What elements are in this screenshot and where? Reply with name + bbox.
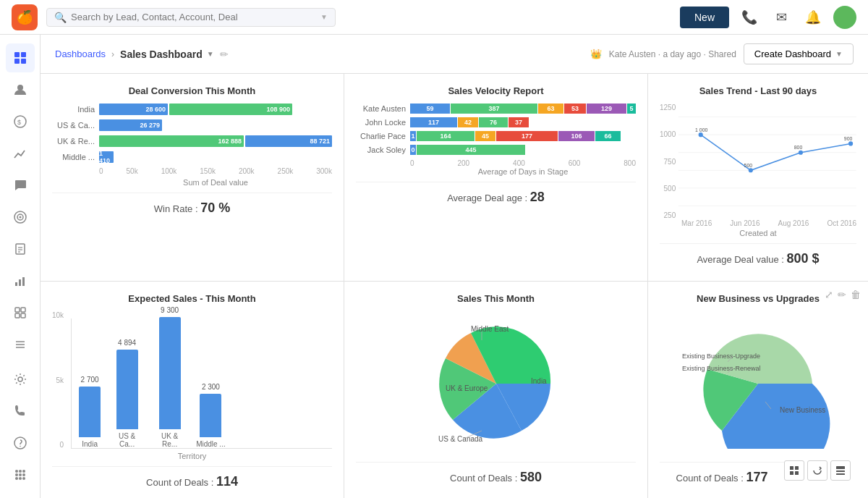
count-deals-sm-value: 580 [520,470,542,484]
trend-label-2: 500 [744,163,753,168]
hbar-bars-us: 26 279 [99,119,332,131]
vel-seg: 76 [479,117,508,127]
breadcrumb-current-label: Sales Dashboard [120,48,203,60]
vbar-uk-bar [159,317,181,429]
y-0-es: 0 [52,441,64,449]
count-deals-nb-value: 177 [746,470,767,484]
svg-point-27 [15,470,18,473]
sidebar-item-apps[interactable] [6,460,35,489]
breadcrumb-dashboards[interactable]: Dashboards [55,48,106,59]
trend-label-3: 800 [794,145,803,150]
expand-icon[interactable]: ⤢ [825,289,833,300]
new-button[interactable]: New [680,7,729,28]
edit-icon[interactable]: ✏ [838,289,846,300]
vbar-val-india: 2 700 [81,376,99,384]
hbar-bars-india: 28 600 108 900 [99,104,332,115]
hbar-seg-india-1: 28 600 [99,104,168,115]
vel-axis: 0 200 400 600 800 [356,159,636,167]
sales-month-title: Sales This Month [356,293,636,304]
create-dashboard-dropdown-icon: ▼ [835,50,843,58]
svg-rect-0 [14,52,20,57]
edit-dashboard-icon[interactable]: ✏ [220,48,229,60]
vel-seg: 45 [475,131,495,141]
breadcrumb-bar: Dashboards › Sales Dashboard ▼ ✏ 👑 Kate … [41,35,868,74]
deal-conversion-x-title: Sum of Deal value [52,178,332,187]
expected-sales-bars-area: 2 700 India 4 894 US & Ca... 9 300 [71,311,332,449]
trend-point-1 [699,132,703,137]
breadcrumb-current[interactable]: Sales Dashboard ▼ [120,48,214,60]
search-bar[interactable]: 🔍 ▼ [46,8,336,27]
vel-seg: 0 [410,145,416,155]
sidebar-item-sequences[interactable] [6,330,35,359]
phone-icon-btn[interactable]: 📞 [738,6,761,29]
notification-icon-btn[interactable]: 🔔 [801,6,825,29]
breadcrumb-dropdown-icon[interactable]: ▼ [207,50,214,58]
sidebar-item-dashboard[interactable] [6,43,35,72]
main-content: Dashboards › Sales Dashboard ▼ ✏ 👑 Kate … [41,35,868,498]
trend-point-2 [749,168,753,172]
sidebar-item-tasks[interactable] [6,235,35,263]
sidebar-item-phone[interactable] [6,397,35,426]
vel-seg: 129 [587,104,626,114]
hbar-row-me: Middle ... 1 410 [52,151,332,163]
deal-conversion-chart: India 28 600 108 900 US & Ca... 26 279 [52,104,332,187]
svg-point-9 [19,216,21,219]
sidebar-item-analytics[interactable] [6,266,35,295]
vel-seg: 387 [451,104,537,114]
count-deals-sm-label: Count of Deals : [450,473,517,484]
vel-axis-400: 400 [513,159,525,167]
sales-trend-chart-container: 1250 1000 750 500 250 [660,104,856,219]
win-rate-value: 70 % [200,201,230,215]
view-buttons [784,460,856,484]
sidebar-item-support[interactable] [6,429,35,457]
refresh-view-btn[interactable] [807,460,827,481]
svg-point-4 [17,85,23,90]
sales-velocity-footer: Average Deal age : 28 [356,182,636,208]
svg-rect-48 [836,473,845,475]
search-icon: 🔍 [54,12,67,23]
svg-rect-44 [790,471,793,475]
vbar-lbl-uk: UK & Re... [153,432,186,448]
svg-rect-46 [836,466,845,469]
avatar[interactable] [833,6,856,29]
sidebar-item-products[interactable] [6,298,35,327]
hbar-bars-me: 1 410 [99,151,332,163]
vel-axis-0: 0 [410,159,414,167]
sales-month-pie: India UK & Europe Middle East US & Canad… [417,318,576,449]
svg-point-24 [18,377,22,381]
vel-seg: 117 [410,117,457,127]
search-input[interactable] [71,12,316,22]
count-deals-es-label: Count of Deals : [146,477,213,488]
axis-50k: 50k [127,167,138,175]
create-dashboard-button[interactable]: Create Dashboard ▼ [744,43,854,64]
hbar-seg-us-1: 26 279 [99,119,162,131]
sidebar-item-reports[interactable] [6,139,35,168]
pie-label-nb: New Business [780,406,825,414]
grid-view-btn[interactable] [784,460,804,481]
sidebar-item-contacts[interactable] [6,75,35,104]
breadcrumb-separator: › [111,49,114,59]
svg-rect-3 [21,59,26,64]
vbar-lbl-india: India [82,440,98,448]
hbar-label-us: US & Ca... [52,121,99,130]
create-dashboard-label: Create Dashboard [754,48,831,59]
logo-button[interactable]: 🍊 [12,4,38,30]
vbar-us: 4 894 US & Ca... [111,339,143,448]
count-deals-es-value: 114 [216,474,238,489]
sales-month-footer: Count of Deals : 580 [356,462,636,488]
vel-label-kate: Kate Austen [356,104,410,113]
svg-point-29 [22,470,25,473]
mail-icon-btn[interactable]: ✉ [770,6,793,29]
sidebar-item-chat[interactable] [6,171,35,200]
sidebar-item-deals[interactable]: $ [6,107,35,136]
table-view-btn[interactable] [830,460,851,481]
sidebar-item-settings[interactable] [6,365,35,394]
hbar-axis: 0 50k 100k 150k 200k 250k 300k [52,167,332,175]
search-dropdown-icon[interactable]: ▼ [320,13,328,21]
sidebar-item-goals[interactable] [6,203,35,232]
sales-velocity-widget: Sales Velocity Report Kate Austen 59 387… [344,74,647,281]
y-axis-labels: 1250 1000 750 500 250 [660,104,678,219]
vel-seg: 37 [509,117,529,127]
pie-label-upgrade: Existing Business-Upgrade [682,353,760,360]
delete-icon[interactable]: 🗑 [851,289,861,300]
